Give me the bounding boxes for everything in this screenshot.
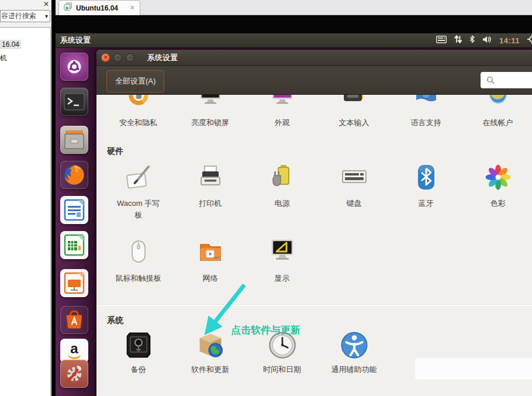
settings-grid: 安全和隐私 亮度和锁屏 外观 文本输入 语言支持 [96, 95, 532, 396]
settings-item-universal-access[interactable]: 通用辅助功能 [318, 330, 390, 376]
vm-border-strip [51, 0, 56, 396]
settings-search-input[interactable] [481, 72, 532, 88]
settings-item-label: 色彩 [490, 198, 506, 209]
launcher-libreoffice-calc[interactable] [60, 231, 88, 259]
tree-item-computer[interactable]: 机 [0, 53, 7, 63]
window-minimize-button[interactable]: − [113, 53, 122, 62]
settings-item-label: 亮度和锁屏 [191, 117, 229, 129]
vmware-library-panel: ✕ 容进行搜索 ▾ 16.04 机 [0, 0, 51, 396]
network-arrows-icon[interactable] [454, 35, 462, 46]
settings-item-label: 软件和更新 [191, 364, 229, 376]
launcher-firefox[interactable] [60, 161, 88, 189]
settings-item-label: 语言支持 [411, 117, 441, 129]
launcher-libreoffice-impress[interactable] [60, 269, 88, 297]
writer-icon [64, 199, 85, 221]
vm-screen-margin [56, 15, 532, 33]
settings-item-mouse-touchpad[interactable]: 鼠标和触摸板 [102, 238, 174, 284]
settings-item-label: 网络 [203, 273, 218, 284]
launcher-dash[interactable] [60, 53, 88, 81]
tab-close-icon[interactable]: ✕ [130, 4, 135, 12]
settings-item-label: Wacom 手写板 [114, 198, 163, 221]
settings-item-wacom[interactable]: Wacom 手写板 [102, 163, 174, 221]
settings-item-brightness-lock[interactable]: 亮度和锁屏 [174, 95, 246, 129]
settings-item-keyboard[interactable]: 键盘 [318, 163, 390, 209]
launcher-terminal[interactable] [60, 88, 88, 116]
displays-icon [268, 238, 296, 266]
settings-item-label: 蓝牙 [419, 198, 434, 209]
library-search-input[interactable]: 容进行搜索 ▾ [0, 10, 50, 22]
online-accounts-icon [484, 95, 512, 113]
launcher-libreoffice-writer[interactable] [60, 196, 88, 224]
settings-item-security-privacy[interactable]: 安全和隐私 [102, 95, 174, 129]
ubuntu-logo-icon [64, 57, 84, 77]
faint-overlay-box [415, 358, 532, 380]
power-icon [268, 163, 296, 191]
window-close-button[interactable]: ✕ [101, 53, 110, 62]
system-settings-icon [63, 362, 86, 385]
ubuntu-desktop: 系统设置 14:11 [56, 33, 532, 396]
settings-item-backups[interactable]: 备份 [102, 330, 174, 376]
tree-item-vm[interactable]: 16.04 [0, 40, 21, 49]
settings-item-network[interactable]: 网络 [174, 238, 246, 284]
software-updates-icon [195, 330, 226, 360]
settings-item-bluetooth[interactable]: 蓝牙 [390, 163, 462, 209]
settings-item-color[interactable]: 色彩 [462, 163, 532, 209]
backups-icon [123, 330, 154, 360]
annotation-text: 点击软件与更新 [231, 323, 300, 337]
launcher-software-center[interactable] [60, 306, 88, 334]
network-icon [196, 238, 224, 266]
session-menu-icon[interactable] [527, 35, 532, 46]
panel-close-icon[interactable]: ✕ [43, 0, 49, 8]
section-divider [96, 304, 532, 306]
amazon-icon: a [64, 340, 84, 361]
settings-item-label: 电源 [275, 198, 290, 209]
brightness-lock-icon [196, 95, 224, 113]
settings-item-label: 安全和隐私 [119, 117, 157, 129]
bluetooth-icon [412, 163, 440, 191]
chevron-down-icon[interactable]: ▾ [43, 13, 50, 19]
volume-icon[interactable] [482, 35, 492, 46]
keyboard-icon [340, 163, 368, 191]
vmware-tab-bar: Ubuntu16.04 ✕ [56, 0, 532, 15]
window-titlebar[interactable]: ✕ − − 系统设置 [96, 50, 532, 66]
wacom-tablet-icon [125, 163, 153, 191]
bluetooth-indicator-icon[interactable] [469, 35, 475, 46]
settings-item-power[interactable]: 电源 [246, 163, 318, 209]
library-search-text: 容进行搜索 [1, 11, 43, 21]
color-icon [484, 163, 512, 191]
settings-item-printers[interactable]: 打印机 [174, 163, 246, 209]
clock-label[interactable]: 14:11 [499, 36, 520, 45]
settings-item-online-accounts[interactable]: 在线帐户 [462, 95, 532, 129]
appearance-icon [268, 95, 296, 113]
settings-item-label: 外观 [275, 117, 290, 129]
tab-ubuntu1604[interactable]: Ubuntu16.04 ✕ [58, 0, 140, 15]
system-settings-window: ✕ − − 系统设置 全部设置(A) 安全和隐私 亮度和锁屏 [96, 50, 532, 396]
impress-icon [64, 272, 85, 294]
settings-item-text-entry[interactable]: 文本输入 [318, 95, 390, 129]
file-cabinet-icon [63, 129, 85, 150]
system-tray: 14:11 [436, 35, 532, 46]
section-header-system: 系统 [107, 315, 123, 326]
window-toolbar: 全部设置(A) [96, 66, 532, 95]
settings-item-label: 鼠标和触摸板 [116, 273, 161, 284]
text-entry-icon [340, 95, 368, 113]
settings-item-label: 键盘 [347, 198, 362, 209]
security-privacy-icon [125, 95, 153, 113]
universal-access-icon [339, 330, 369, 360]
firefox-icon [62, 163, 87, 187]
mouse-icon [125, 238, 153, 266]
launcher-system-settings[interactable] [60, 360, 88, 388]
language-support-icon [412, 95, 440, 113]
settings-item-label: 显示 [275, 273, 290, 284]
launcher-files[interactable] [60, 126, 88, 154]
ubuntu-top-panel: 系统设置 14:11 [56, 33, 532, 48]
terminal-icon [64, 93, 85, 111]
settings-item-language-support[interactable]: 语言支持 [390, 95, 462, 129]
window-maximize-button[interactable]: − [126, 53, 134, 62]
panel-app-title: 系统设置 [56, 35, 91, 46]
all-settings-button[interactable]: 全部设置(A) [106, 70, 164, 92]
settings-item-displays[interactable]: 显示 [246, 238, 318, 284]
keyboard-indicator-icon[interactable] [436, 35, 447, 46]
settings-item-appearance[interactable]: 外观 [246, 95, 318, 129]
printer-icon [196, 163, 224, 191]
